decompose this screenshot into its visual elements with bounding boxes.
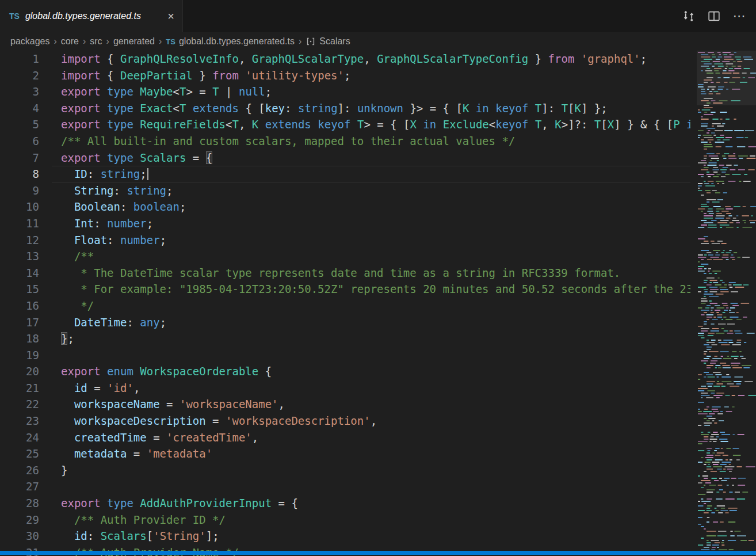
code-line-22[interactable]: workspaceName = 'workspaceName',	[52, 396, 690, 413]
code-line-5[interactable]: export type RequireFields<T, K extends k…	[52, 116, 690, 133]
line-number-14[interactable]: 14	[0, 265, 39, 281]
breadcrumb-src[interactable]: src	[90, 36, 102, 47]
code-line-14[interactable]: * The DateTime scalar type represents da…	[52, 265, 690, 281]
breadcrumb-file-label: global.db.types.generated.ts	[179, 36, 295, 47]
code-line-11[interactable]: Int: number;	[52, 215, 690, 232]
code-line-21[interactable]: id = 'id',	[52, 380, 690, 397]
line-number-13[interactable]: 13	[0, 248, 39, 265]
breadcrumb-separator: ›	[54, 36, 57, 47]
tab-global-db-types-generated[interactable]: TS global.db.types.generated.ts ×	[0, 0, 183, 32]
line-number-19[interactable]: 19	[0, 347, 39, 364]
code-line-30[interactable]: id: Scalars['String'];	[52, 528, 690, 544]
code-lines[interactable]: import { GraphQLResolveInfo, GraphQLScal…	[52, 51, 690, 556]
typescript-file-icon: TS	[166, 37, 175, 46]
line-number-6[interactable]: 6	[0, 133, 39, 150]
open-changes-icon[interactable]	[680, 7, 697, 25]
line-number-10[interactable]: 10	[0, 199, 39, 215]
line-number-12[interactable]: 12	[0, 232, 39, 249]
breadcrumb-symbol-label: Scalars	[319, 36, 350, 47]
breadcrumb-separator: ›	[299, 36, 301, 47]
line-number-30[interactable]: 30	[0, 528, 39, 544]
code-line-3[interactable]: export type Maybe<T> = T | null;	[52, 83, 690, 100]
line-number-8[interactable]: 8	[0, 166, 39, 182]
line-number-27[interactable]: 27	[0, 478, 39, 495]
line-number-21[interactable]: 21	[0, 380, 39, 397]
line-number-28[interactable]: 28	[0, 495, 39, 512]
editor[interactable]: 1234567891011121314151617181920212223242…	[0, 51, 756, 556]
code-line-9[interactable]: String: string;	[52, 182, 690, 199]
code-line-8[interactable]: ID: string;	[52, 166, 690, 182]
line-number-22[interactable]: 22	[0, 396, 39, 413]
code-line-20[interactable]: export enum WorkspaceOrderable {	[52, 363, 690, 380]
code-line-25[interactable]: metadata = 'metadata'	[52, 445, 690, 462]
code-line-1[interactable]: import { GraphQLResolveInfo, GraphQLScal…	[52, 51, 690, 67]
line-number-1[interactable]: 1	[0, 51, 39, 67]
code-line-28[interactable]: export type AddAuthProviderInput = {	[52, 495, 690, 512]
code-line-18[interactable]: };	[52, 330, 690, 347]
line-number-2[interactable]: 2	[0, 67, 39, 84]
breadcrumb-symbol-scalars[interactable]: Scalars	[306, 36, 350, 47]
line-number-26[interactable]: 26	[0, 462, 39, 479]
line-number-24[interactable]: 24	[0, 429, 39, 446]
line-number-29[interactable]: 29	[0, 512, 39, 528]
tab-title: global.db.types.generated.ts	[25, 11, 141, 21]
editor-toolbar: ⋯	[680, 0, 756, 32]
line-number-3[interactable]: 3	[0, 83, 39, 100]
breadcrumb-file[interactable]: TS global.db.types.generated.ts	[166, 36, 295, 47]
symbol-type-icon	[306, 36, 316, 47]
code-line-29[interactable]: /** Auth Provider ID */	[52, 512, 690, 528]
line-number-16[interactable]: 16	[0, 298, 39, 314]
line-number-18[interactable]: 18	[0, 330, 39, 347]
tab-bar: TS global.db.types.generated.ts × ⋯	[0, 0, 756, 32]
code-line-4[interactable]: export type Exact<T extends { [key: stri…	[52, 100, 690, 117]
code-line-24[interactable]: createdTime = 'createdTime',	[52, 429, 690, 446]
code-line-2[interactable]: import { DeepPartial } from 'utility-typ…	[52, 67, 690, 84]
breadcrumb-separator: ›	[159, 36, 162, 47]
breadcrumb-generated[interactable]: generated	[113, 36, 155, 47]
code-line-19[interactable]	[52, 347, 690, 364]
code-line-17[interactable]: DateTime: any;	[52, 314, 690, 331]
breadcrumb-packages[interactable]: packages	[10, 36, 50, 47]
line-number-9[interactable]: 9	[0, 182, 39, 199]
code-line-26[interactable]: }	[52, 462, 690, 479]
text-cursor	[147, 168, 148, 180]
breadcrumb-separator: ›	[106, 36, 109, 47]
line-number-11[interactable]: 11	[0, 215, 39, 232]
code-line-10[interactable]: Boolean: boolean;	[52, 199, 690, 215]
split-editor-icon[interactable]	[705, 7, 723, 25]
status-bar[interactable]	[0, 551, 756, 555]
code-line-27[interactable]	[52, 478, 690, 495]
line-number-15[interactable]: 15	[0, 281, 39, 298]
breadcrumb: packages › core › src › generated › TS g…	[0, 32, 690, 51]
code-line-16[interactable]: */	[52, 298, 690, 314]
more-actions-icon[interactable]: ⋯	[731, 7, 748, 25]
line-number-4[interactable]: 4	[0, 100, 39, 117]
line-number-17[interactable]: 17	[0, 314, 39, 331]
line-number-25[interactable]: 25	[0, 445, 39, 462]
breadcrumb-separator: ›	[83, 36, 86, 47]
gutter: 1234567891011121314151617181920212223242…	[0, 51, 39, 556]
code-line-23[interactable]: workspaceDescription = 'workspaceDescrip…	[52, 413, 690, 429]
line-number-23[interactable]: 23	[0, 413, 39, 429]
minimap[interactable]	[697, 51, 756, 556]
close-tab-icon[interactable]: ×	[167, 10, 174, 22]
code-line-6[interactable]: /** All built-in and custom scalars, map…	[52, 133, 690, 150]
code-line-7[interactable]: export type Scalars = {	[52, 150, 690, 166]
line-number-7[interactable]: 7	[0, 150, 39, 166]
typescript-file-icon: TS	[9, 12, 20, 21]
code-line-15[interactable]: * For example: "1985-04-12T23:20:50.52Z"…	[52, 281, 690, 298]
code-line-13[interactable]: /**	[52, 248, 690, 265]
minimap-slider[interactable]	[697, 51, 756, 105]
line-number-20[interactable]: 20	[0, 363, 39, 380]
line-number-5[interactable]: 5	[0, 116, 39, 133]
breadcrumb-core[interactable]: core	[61, 36, 79, 47]
vscode-window: TS global.db.types.generated.ts × ⋯	[0, 0, 756, 556]
code-line-12[interactable]: Float: number;	[52, 232, 690, 249]
